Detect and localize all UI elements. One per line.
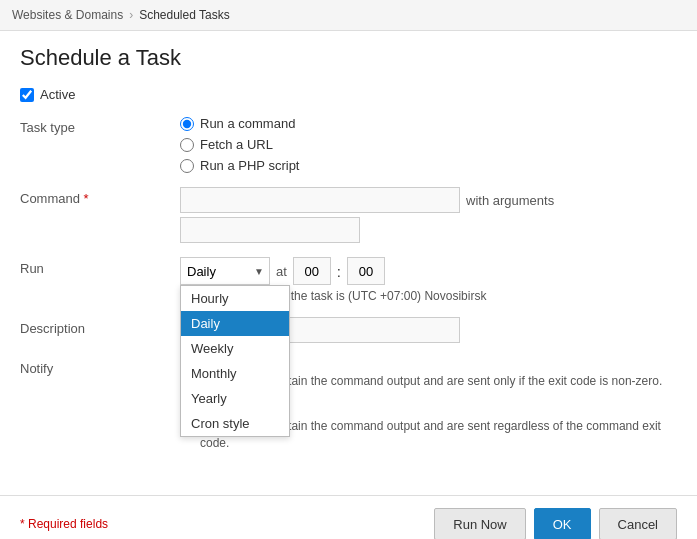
footer-buttons: Run Now OK Cancel [434, 508, 677, 539]
command-row: Command * with arguments [20, 187, 677, 243]
required-note: * Required fields [20, 517, 108, 531]
radio-run-php[interactable]: Run a PHP script [180, 158, 677, 173]
active-checkbox-label[interactable]: Active [20, 87, 75, 102]
task-type-row: Task type Run a command Fetch a URL Run … [20, 116, 677, 173]
radio-fetch-url[interactable]: Fetch a URL [180, 137, 677, 152]
description-label: Description [20, 317, 180, 336]
task-type-radio-group: Run a command Fetch a URL Run a PHP scri… [180, 116, 677, 173]
hour-input[interactable] [293, 257, 331, 285]
dropdown-daily[interactable]: Daily [181, 311, 289, 336]
command-content: with arguments [180, 187, 677, 243]
cancel-button[interactable]: Cancel [599, 508, 677, 539]
active-checkbox[interactable] [20, 88, 34, 102]
ok-button[interactable]: OK [534, 508, 591, 539]
dropdown-monthly[interactable]: Monthly [181, 361, 289, 386]
command-label: Command * [20, 187, 180, 206]
task-type-options: Run a command Fetch a URL Run a PHP scri… [180, 116, 677, 173]
command-input[interactable] [180, 187, 460, 213]
active-label: Active [40, 87, 75, 102]
minute-input[interactable] [347, 257, 385, 285]
breadcrumb-separator: › [129, 8, 133, 22]
breadcrumb: Websites & Domains › Scheduled Tasks [0, 0, 697, 31]
run-row: Run Hourly Daily Weekly Monthly Yearly C… [20, 257, 677, 303]
notify-row: Notify Notifications contain the command… [20, 357, 677, 451]
breadcrumb-scheduled-tasks[interactable]: Scheduled Tasks [139, 8, 230, 22]
page-title: Schedule a Task [0, 31, 697, 81]
task-type-label: Task type [20, 116, 180, 135]
arguments-input[interactable] [180, 217, 360, 243]
command-required: * [84, 191, 89, 206]
dropdown-weekly[interactable]: Weekly [181, 336, 289, 361]
run-select-wrapper: Hourly Daily Weekly Monthly Yearly Cron … [180, 257, 270, 285]
breadcrumb-websites[interactable]: Websites & Domains [12, 8, 123, 22]
radio-run-command[interactable]: Run a command [180, 116, 677, 131]
run-label: Run [20, 257, 180, 276]
time-colon: : [337, 263, 341, 280]
run-content: Hourly Daily Weekly Monthly Yearly Cron … [180, 257, 677, 303]
at-label: at [276, 264, 287, 279]
dropdown-cron[interactable]: Cron style [181, 411, 289, 436]
with-arguments-label: with arguments [466, 193, 554, 208]
run-now-button[interactable]: Run Now [434, 508, 525, 539]
run-dropdown: Hourly Daily Weekly Monthly Yearly Cron … [180, 285, 290, 437]
run-controls: Hourly Daily Weekly Monthly Yearly Cron … [180, 257, 677, 285]
dropdown-hourly[interactable]: Hourly [181, 286, 289, 311]
active-row: Active [20, 87, 677, 102]
footer: * Required fields Run Now OK Cancel [0, 495, 697, 539]
run-schedule-select[interactable]: Hourly Daily Weekly Monthly Yearly Cron … [180, 257, 270, 285]
description-row: Description [20, 317, 677, 343]
dropdown-yearly[interactable]: Yearly [181, 386, 289, 411]
notify-label: Notify [20, 357, 180, 376]
